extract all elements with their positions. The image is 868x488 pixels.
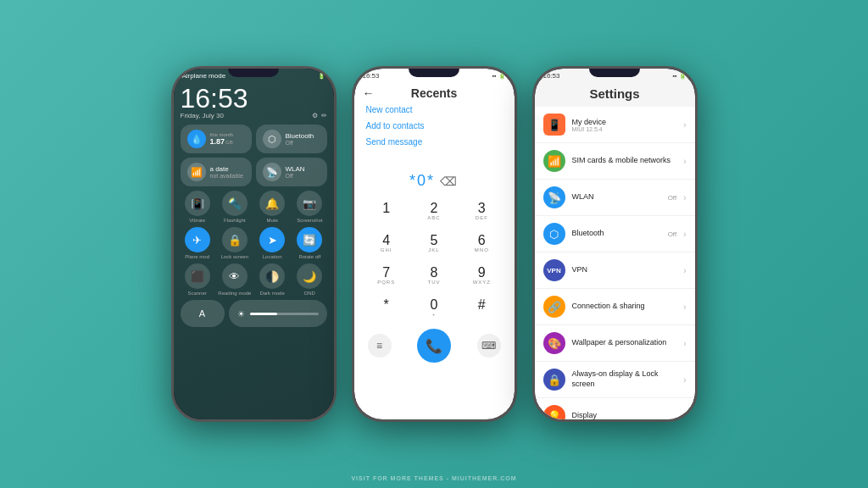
sim-icon: 📶 (543, 150, 565, 172)
mydevice-arrow: › (683, 120, 686, 130)
key-2[interactable]: 2 ABC (410, 197, 458, 227)
cc-time: 16:53 (181, 85, 327, 112)
lockscreen-icon: 🔒 (222, 227, 248, 252)
slider-fill (250, 313, 277, 315)
key-star[interactable]: * (363, 293, 410, 324)
edit-icon[interactable]: ✏ (321, 112, 327, 119)
airplane-label: Plane mod (185, 254, 209, 259)
cc-grid-row2: ✈ Plane mod 🔒 Lock screen ➤ Location 🔄 R… (181, 227, 327, 259)
dialpad-row-3: 7 PQRS 8 TUV 9 WXYZ (363, 261, 506, 291)
flashlight-btn[interactable]: 🔦 Flashlight (218, 191, 252, 223)
add-to-contacts-link[interactable]: Add to contacts (366, 121, 503, 130)
lockscreen-label: Lock screen (221, 254, 248, 259)
bluetooth-icon-3: ⬡ (543, 223, 565, 245)
settings-list: 📱 My device MIUI 12.5.4 › 📶 SIM cards & … (535, 107, 695, 419)
vibrate-label: Vibrate (189, 218, 205, 223)
key-5[interactable]: 5 JKL (410, 229, 458, 259)
mydevice-label: My device (572, 118, 677, 126)
key-0[interactable]: 0 + (410, 293, 458, 324)
mute-btn[interactable]: 🔔 Mute (255, 191, 289, 223)
signal-status-icon: ▪▪ (492, 73, 497, 79)
location-icon: ➤ (259, 227, 285, 252)
rotate-btn[interactable]: 🔄 Rotate off (292, 227, 326, 259)
flashlight-label: Flashlight (224, 218, 246, 223)
lockscreen-btn[interactable]: 🔒 Lock screen (218, 227, 252, 259)
send-message-link[interactable]: Send message (366, 137, 503, 147)
airplane-mode-label: Airplane mode (182, 72, 226, 80)
alpha-btn[interactable]: A (181, 300, 225, 327)
screenshot-icon: 📷 (297, 191, 322, 216)
wlan-tile[interactable]: 📡 WLAN Off (256, 158, 327, 186)
reading-btn[interactable]: 👁 Reading mode (218, 263, 252, 296)
sim-arrow: › (683, 157, 686, 166)
data-unit: GB (225, 140, 233, 145)
screenshot-btn[interactable]: 📷 Screenshot (292, 191, 326, 223)
wlan-icon: 📡 (263, 163, 281, 181)
airplane-btn[interactable]: ✈ Plane mod (181, 227, 214, 259)
darkmode-icon: 🌓 (259, 263, 285, 289)
reading-icon: 👁 (222, 263, 248, 289)
settings-item-display[interactable]: 💡 Display › (535, 398, 695, 419)
connection-label: Connection & sharing (572, 302, 677, 312)
settings-item-mydevice[interactable]: 📱 My device MIUI 12.5.4 › (535, 107, 695, 143)
wallpaper-icon: 🎨 (543, 332, 565, 354)
data-tile[interactable]: 💧 this month 1.87 GB (181, 125, 252, 153)
delete-icon[interactable]: ⌫ (440, 175, 459, 188)
location-btn[interactable]: ➤ Location (255, 227, 289, 259)
connection-arrow: › (683, 302, 686, 312)
display-icon: 💡 (543, 405, 565, 419)
dnd-btn[interactable]: 🌙 DND (292, 263, 326, 296)
key-6[interactable]: 6 MNO (458, 229, 505, 259)
key-hash[interactable]: # (458, 293, 505, 324)
darkmode-btn[interactable]: 🌓 Dark mode (255, 263, 289, 296)
bluetooth-arrow-3: › (683, 230, 686, 239)
wlan-label-3: WLAN (572, 192, 661, 202)
key-8[interactable]: 8 TUV (410, 261, 458, 291)
scanner-label: Scanner (187, 291, 206, 296)
signal-tile[interactable]: 📶 a date not available (181, 158, 252, 186)
display-label: Display (572, 411, 677, 419)
vpn-icon: VPN (543, 259, 565, 281)
key-1[interactable]: 1 (363, 197, 410, 227)
settings-item-sim[interactable]: 📶 SIM cards & mobile networks › (535, 143, 695, 180)
rotate-label: Rotate off (298, 254, 320, 259)
settings-item-wlan[interactable]: 📡 WLAN Off › (535, 180, 695, 216)
brightness-slider[interactable]: ☀ (229, 300, 327, 327)
settings-icon[interactable]: ⚙ (312, 112, 318, 119)
aod-label: Always-on display & Lock screen (572, 369, 677, 389)
signal-status: not available (210, 173, 245, 179)
settings-item-aod[interactable]: 🔒 Always-on display & Lock screen › (535, 362, 695, 398)
new-contact-link[interactable]: New contact (366, 105, 503, 114)
watermark: VISIT FOR MORE THEMES - MIUITHEMER.COM (351, 475, 516, 481)
data-icon: 💧 (187, 130, 206, 148)
vpn-label: VPN (572, 265, 677, 275)
signal-icon: 📶 (187, 163, 206, 181)
key-4[interactable]: 4 GHI (363, 229, 410, 259)
recents-header: ← Recents (354, 81, 515, 103)
key-9[interactable]: 9 WXYZ (458, 261, 505, 291)
status-bar-1: Airplane mode 🔋 (174, 69, 334, 81)
bluetooth-label: Bluetooth (286, 132, 320, 140)
call-button[interactable]: 📞 (417, 329, 451, 363)
scanner-icon: ⬛ (185, 263, 210, 289)
menu-icon: ≡ (376, 340, 382, 352)
keyboard-icon-btn[interactable]: ⌨ (477, 334, 501, 358)
dnd-icon: 🌙 (297, 263, 322, 289)
wallpaper-label: Wallpaper & personalization (572, 338, 677, 348)
status-icons-2: ▪▪ 🔋 (492, 73, 506, 80)
bluetooth-tile[interactable]: ⬡ Bluetooth Off (256, 125, 327, 153)
key-7[interactable]: 7 PQRS (363, 261, 410, 291)
back-button[interactable]: ← (363, 86, 375, 100)
slider-track (250, 313, 319, 315)
keyboard-icon: ⌨ (481, 340, 496, 352)
vibrate-btn[interactable]: 📳 Vibrate (181, 191, 214, 223)
settings-item-connection[interactable]: 🔗 Connection & sharing › (535, 289, 695, 325)
settings-item-wallpaper[interactable]: 🎨 Wallpaper & personalization › (535, 325, 695, 362)
vpn-arrow: › (683, 266, 686, 275)
wlan-status-3: Off (668, 194, 677, 202)
key-3[interactable]: 3 DEF (458, 197, 505, 227)
scanner-btn[interactable]: ⬛ Scanner (181, 263, 214, 296)
settings-item-vpn[interactable]: VPN VPN › (535, 252, 695, 289)
menu-icon-btn[interactable]: ≡ (368, 334, 392, 358)
settings-item-bluetooth[interactable]: ⬡ Bluetooth Off › (535, 216, 695, 252)
